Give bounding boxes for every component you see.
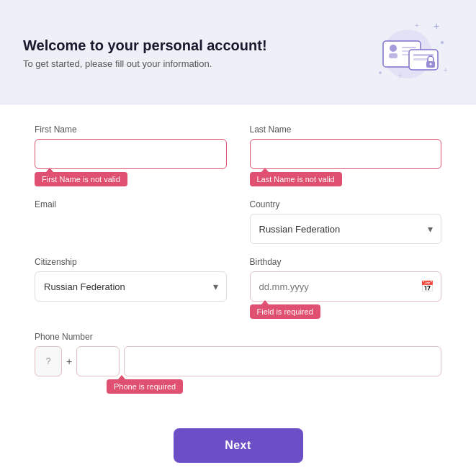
last-name-label: Last Name — [250, 125, 442, 135]
citizenship-select[interactable]: Russian Federation — [35, 271, 227, 302]
svg-point-15 — [430, 63, 432, 65]
phone-label: Phone Number — [35, 332, 441, 342]
svg-point-16 — [441, 41, 444, 44]
svg-text:+: + — [434, 21, 439, 32]
birthday-wrapper: 📅 — [250, 271, 442, 302]
svg-rect-13 — [413, 58, 428, 60]
email-label: Email — [35, 199, 227, 209]
last-name-input[interactable] — [250, 139, 442, 169]
next-button-wrap: Next — [35, 428, 441, 463]
svg-text:+: + — [444, 66, 448, 74]
page-header: Welcome to your personal account! To get… — [0, 0, 476, 104]
phone-flag-icon: ? — [46, 356, 51, 366]
next-button[interactable]: Next — [174, 428, 303, 463]
birthday-label: Birthday — [250, 257, 442, 267]
last-name-error: Last Name is not valid — [250, 172, 342, 186]
phone-plus: + — [66, 356, 72, 367]
svg-text:+: + — [415, 22, 419, 30]
header-illustration: + + + + — [367, 17, 453, 89]
last-name-group: Last Name Last Name is not valid — [250, 125, 442, 186]
page-title: Welcome to your personal account! — [23, 37, 367, 54]
first-name-label: First Name — [35, 125, 227, 135]
first-name-error: First Name is not valid — [35, 172, 127, 186]
country-label: Country — [250, 199, 442, 209]
country-select-wrapper: Russian Federation — [250, 214, 442, 244]
phone-group: Phone Number ? + Phone is required — [35, 332, 441, 394]
citizenship-select-wrapper: Russian Federation — [35, 271, 227, 302]
birthday-input[interactable] — [250, 271, 442, 302]
phone-code-input[interactable] — [76, 346, 120, 376]
citizenship-label: Citizenship — [35, 257, 227, 267]
phone-number-input[interactable] — [124, 346, 441, 376]
phone-error: Phone is required — [107, 379, 183, 394]
first-name-group: First Name First Name is not valid — [35, 125, 227, 186]
phone-flag-box: ? — [35, 346, 62, 376]
svg-rect-8 — [402, 47, 416, 48]
svg-point-6 — [390, 45, 397, 52]
svg-point-17 — [379, 71, 382, 74]
form-grid: First Name First Name is not valid Last … — [35, 125, 441, 407]
country-select[interactable]: Russian Federation — [250, 214, 442, 244]
birthday-error: Field is required — [250, 304, 320, 319]
email-group: Email — [35, 199, 227, 244]
page-subtitle: To get started, please fill out your inf… — [23, 58, 367, 69]
main-content: First Name First Name is not valid Last … — [0, 104, 476, 470]
svg-rect-7 — [389, 53, 398, 58]
birthday-group: Birthday 📅 Field is required — [250, 257, 442, 319]
country-group: Country Russian Federation — [250, 199, 442, 244]
citizenship-group: Citizenship Russian Federation — [35, 257, 227, 319]
phone-row: ? + — [35, 346, 441, 376]
first-name-input[interactable] — [35, 139, 227, 169]
header-text-block: Welcome to your personal account! To get… — [23, 37, 367, 69]
